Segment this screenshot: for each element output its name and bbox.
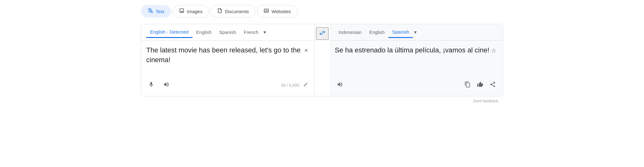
target-actions — [463, 79, 498, 91]
target-lang-bar: Indonesian English Spanish ▾ — [330, 24, 503, 40]
tab-websites[interactable]: Websites — [257, 5, 297, 18]
tab-text-label: Text — [156, 9, 164, 14]
feedback-row: Send feedback — [141, 96, 503, 105]
tab-images[interactable]: Images — [172, 5, 209, 18]
target-text-area: Se ha estrenado la última película, ¡vam… — [330, 40, 503, 96]
source-panel: English - Detected English Spanish Frenc… — [141, 24, 314, 96]
star-button[interactable]: ☆ — [490, 46, 498, 56]
source-lang-english[interactable]: English — [192, 27, 215, 37]
edit-button[interactable] — [302, 81, 309, 90]
mic-button[interactable] — [146, 79, 156, 91]
source-text-area: The latest movie has been released, let'… — [141, 40, 314, 96]
target-lang-dropdown[interactable]: ▾ — [413, 27, 418, 38]
char-count: 59 / 5,000 — [281, 83, 299, 88]
tab-websites-label: Websites — [272, 9, 291, 14]
source-lang-dropdown[interactable]: ▾ — [262, 27, 267, 38]
chevron-down-icon: ▾ — [264, 29, 266, 35]
tab-documents[interactable]: Documents — [210, 5, 256, 18]
speaker-icon — [163, 81, 169, 89]
thumbs-icon — [477, 81, 483, 89]
target-lang-indonesian[interactable]: Indonesian — [335, 27, 365, 37]
copy-icon — [464, 81, 471, 89]
translate-container: English - Detected English Spanish Frenc… — [141, 24, 503, 96]
copy-button[interactable] — [463, 79, 473, 91]
char-count-area: 59 / 5,000 — [281, 81, 309, 90]
source-actions — [146, 79, 171, 91]
target-lang-spanish[interactable]: Spanish — [388, 27, 413, 38]
tab-images-label: Images — [187, 9, 203, 14]
swap-icon — [319, 29, 326, 38]
send-feedback-link[interactable]: Send feedback — [473, 99, 498, 103]
share-icon — [490, 81, 496, 89]
target-panel: Indonesian English Spanish ▾ Se ha estre… — [330, 24, 503, 96]
document-icon — [217, 8, 223, 15]
translated-text: Se ha estrenado la última película, ¡vam… — [335, 46, 498, 77]
source-lang-french[interactable]: French — [240, 27, 262, 37]
star-icon: ☆ — [491, 47, 497, 54]
tab-documents-label: Documents — [225, 9, 249, 14]
source-input[interactable]: The latest movie has been released, let'… — [146, 46, 309, 77]
chevron-down-icon: ▾ — [414, 29, 417, 35]
top-tab-bar: Text Images Documents Websites — [141, 5, 503, 18]
translate-icon — [147, 8, 153, 15]
close-icon: × — [304, 47, 308, 54]
source-lang-bar: English - Detected English Spanish Frenc… — [141, 24, 314, 40]
speaker-button[interactable] — [161, 79, 171, 91]
swap-languages-button[interactable] — [316, 27, 329, 40]
source-bottom-bar: 59 / 5,000 — [146, 77, 309, 91]
image-icon — [179, 8, 185, 15]
pencil-icon — [303, 82, 308, 89]
source-lang-english-detected[interactable]: English - Detected — [146, 27, 192, 38]
rate-translation-button[interactable] — [475, 79, 485, 91]
listen-translation-button[interactable] — [335, 79, 345, 91]
target-lang-english[interactable]: English — [365, 27, 388, 37]
tab-text[interactable]: Text — [141, 5, 171, 18]
website-icon — [264, 8, 269, 15]
share-button[interactable] — [488, 79, 498, 91]
mic-icon — [148, 81, 154, 89]
speaker-icon — [337, 81, 343, 89]
clear-button[interactable]: × — [303, 46, 309, 55]
panel-separator — [314, 24, 330, 96]
target-bottom-bar — [335, 77, 498, 91]
app-container: Text Images Documents Websites Engli — [133, 0, 511, 110]
source-lang-spanish[interactable]: Spanish — [215, 27, 240, 37]
